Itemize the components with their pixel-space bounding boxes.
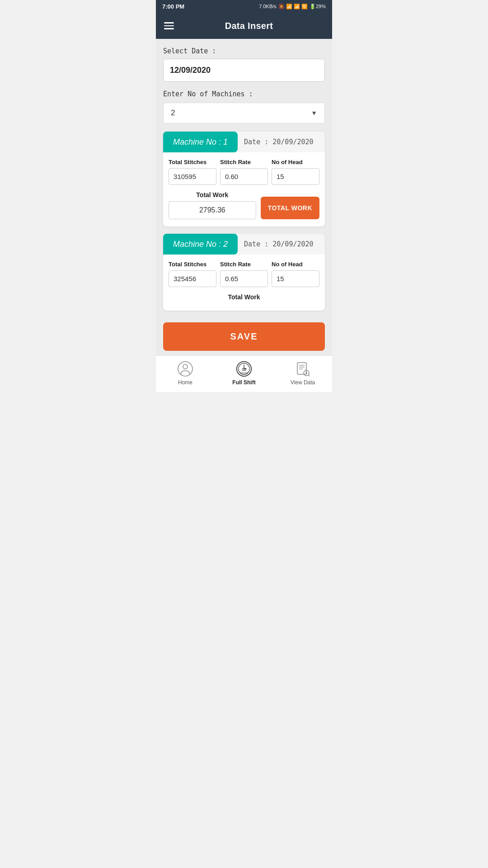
status-icons: 7.0KB/s 🔕 📶 📶 🛜 🔋29% <box>259 4 326 9</box>
nav-item-viewdata[interactable]: View Data <box>273 360 332 386</box>
machine-1-stitch-rate-label: Stitch Rate <box>220 159 268 165</box>
machine-1-no-of-head-label: No of Head <box>272 159 319 165</box>
viewdata-icon <box>294 360 311 377</box>
machine-card-1: Machine No : 1 Date : 20/09/2020 Total S… <box>163 132 325 226</box>
machine-1-total-work-row: Total Work TOTAL WORK <box>169 191 319 219</box>
machine-2-stitch-rate-group: Stitch Rate <box>220 261 268 287</box>
machine-2-total-stitches-label: Total Stitches <box>169 261 216 268</box>
save-btn-container: SAVE <box>163 318 325 351</box>
machine-2-no-of-head-label: No of Head <box>272 261 319 268</box>
nav-home-label: Home <box>178 379 192 386</box>
svg-rect-8 <box>297 363 306 374</box>
main-content: Select Date : Enter No of Machines : 2 ▼… <box>156 39 332 355</box>
machine-1-total-stitches-group: Total Stitches <box>169 159 216 185</box>
battery-icon: 🔋29% <box>310 4 326 9</box>
page-title: Data Insert <box>174 21 324 31</box>
date-input[interactable] <box>163 59 325 82</box>
machine-2-header: Machine No : 2 Date : 20/09/2020 <box>163 234 325 255</box>
fullshift-icon: 12 HOUR <box>235 360 253 377</box>
machine-2-no-of-head-group: No of Head <box>272 261 319 287</box>
machine-1-total-work-label: Total Work <box>169 191 256 198</box>
machine-2-total-work-label: Total Work <box>169 293 319 301</box>
machine-2-stitch-rate-input[interactable] <box>220 270 268 287</box>
machines-dropdown-value: 2 <box>171 108 175 118</box>
machine-1-date: Date : 20/09/2020 <box>238 132 325 152</box>
machine-2-stitch-rate-label: Stitch Rate <box>220 261 268 268</box>
machine-1-body: Total Stitches Stitch Rate No of Head To… <box>163 152 325 226</box>
machine-2-no-of-head-input[interactable] <box>272 270 319 287</box>
machine-1-no-of-head-group: No of Head <box>272 159 319 185</box>
machine-2-total-stitches-input[interactable] <box>169 270 216 287</box>
bottom-nav: Home 12 HOUR Full Shift <box>156 355 332 392</box>
machine-2-date: Date : 20/09/2020 <box>238 234 325 255</box>
app-header: Data Insert <box>156 13 332 39</box>
save-button[interactable]: SAVE <box>163 322 325 351</box>
nav-item-home[interactable]: Home <box>156 360 215 386</box>
svg-point-14 <box>305 372 307 374</box>
machine-1-no-of-head-input[interactable] <box>272 168 319 185</box>
machine-2-total-work-group: Total Work <box>169 293 319 303</box>
status-time: 7:00 PM <box>162 3 184 10</box>
machines-dropdown[interactable]: 2 ▼ <box>163 103 325 123</box>
machine-2-body: Total Stitches Stitch Rate No of Head To… <box>163 255 325 311</box>
nav-item-fullshift[interactable]: 12 HOUR Full Shift <box>215 360 273 386</box>
machine-1-fields-row: Total Stitches Stitch Rate No of Head <box>169 159 319 185</box>
machine-2-title: Machine No : 2 <box>163 234 238 255</box>
status-bar: 7:00 PM 7.0KB/s 🔕 📶 📶 🛜 🔋29% <box>156 0 332 13</box>
svg-line-13 <box>308 375 310 376</box>
machine-1-title: Machine No : 1 <box>163 132 238 152</box>
machine-1-stitch-rate-input[interactable] <box>220 168 268 185</box>
machine-1-total-work-input[interactable] <box>169 201 256 219</box>
machine-2-fields-row: Total Stitches Stitch Rate No of Head <box>169 261 319 287</box>
nav-viewdata-label: View Data <box>291 379 315 386</box>
machine-2-total-stitches-group: Total Stitches <box>169 261 216 287</box>
chevron-down-icon: ▼ <box>311 109 317 117</box>
home-icon <box>177 360 194 377</box>
machine-1-stitch-rate-group: Stitch Rate <box>220 159 268 185</box>
menu-button[interactable] <box>164 22 174 29</box>
select-date-label: Select Date : <box>163 47 325 55</box>
svg-point-1 <box>183 364 188 369</box>
machine-card-2: Machine No : 2 Date : 20/09/2020 Total S… <box>163 234 325 311</box>
machine-2-total-work-row: Total Work <box>169 293 319 303</box>
machine-1-total-stitches-input[interactable] <box>169 168 216 185</box>
signal-icons: 🔕 📶 📶 🛜 <box>278 4 308 9</box>
nav-fullshift-label: Full Shift <box>232 379 255 386</box>
network-speed: 7.0KB/s <box>259 4 277 9</box>
svg-text:HOUR: HOUR <box>240 372 248 374</box>
machine-1-total-work-button[interactable]: TOTAL WORK <box>261 197 319 219</box>
machine-1-total-work-group: Total Work <box>169 191 256 219</box>
machine-1-total-stitches-label: Total Stitches <box>169 159 216 165</box>
machine-1-header: Machine No : 1 Date : 20/09/2020 <box>163 132 325 152</box>
machines-label: Enter No of Machines : <box>163 90 325 98</box>
